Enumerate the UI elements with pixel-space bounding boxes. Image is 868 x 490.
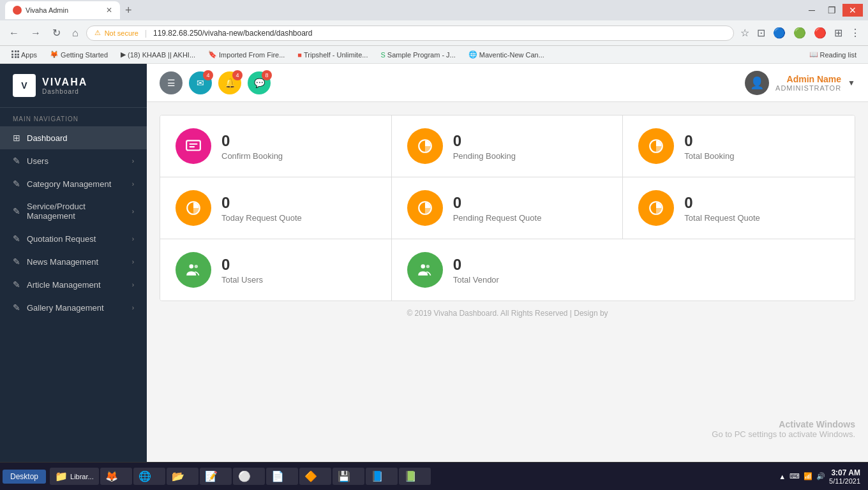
sidebar-item-users[interactable]: ✎ Users › xyxy=(0,149,147,172)
pending-booking-value: 0 xyxy=(453,132,516,150)
sidebar-item-gallery[interactable]: ✎ Gallery Management › xyxy=(0,296,147,319)
taskbar-item-excel[interactable]: 📗 xyxy=(399,468,431,485)
today-request-label: Today Request Quote xyxy=(221,213,302,223)
bookmark-khaab[interactable]: ▶ (18) KHAAB || AKHI... xyxy=(117,49,199,60)
taskbar-item-firefox[interactable]: 🦊 xyxy=(100,468,132,485)
total-vendor-icon xyxy=(407,252,443,288)
alerts-button[interactable]: 🔔 4 xyxy=(218,71,241,94)
stat-card-empty xyxy=(623,239,855,301)
bookmark-maventic[interactable]: 🌐 Maventic-New Can... xyxy=(465,49,548,60)
reading-list-button[interactable]: 📖 Reading list xyxy=(805,49,860,60)
stat-card-pending-request: 0 Pending Request Quote xyxy=(392,177,624,239)
total-users-value: 0 xyxy=(221,256,263,274)
sidebar-item-news[interactable]: ✎ News Management › xyxy=(0,250,147,273)
sidebar-item-service[interactable]: ✎ Service/Product Management › xyxy=(0,195,147,227)
url-text: 119.82.68.250/vivaha-new/backend/dashboa… xyxy=(153,29,313,38)
hamburger-button[interactable]: ☰ xyxy=(160,71,183,94)
taskbar-start-button[interactable]: Desktop xyxy=(3,470,46,484)
time-display[interactable]: 3:07 AM 5/11/2021 xyxy=(829,468,860,485)
minimize-button[interactable]: ─ xyxy=(802,4,821,17)
address-bar[interactable]: ⚠ Not secure | 119.82.68.250/vivaha-new/… xyxy=(86,26,734,41)
bookmark-tripshelf[interactable]: ■ Tripshelf - Unlimite... xyxy=(294,50,371,60)
total-request-label: Total Request Quote xyxy=(684,213,760,223)
taskbar-item-pdf[interactable]: 📄 xyxy=(266,468,298,485)
sublime-icon: 📝 xyxy=(205,470,218,482)
taskbar-item-db[interactable]: 💾 xyxy=(333,468,364,485)
svg-rect-2 xyxy=(190,146,195,147)
stat-card-total-users: 0 Total Users xyxy=(160,239,392,301)
browser-chrome: Vivaha Admin ✕ + ─ ❐ ✕ ← → ↻ ⌂ ⚠ Not sec… xyxy=(0,0,868,64)
menu-button[interactable]: ⋮ xyxy=(848,24,863,41)
chat-button[interactable]: 💬 8 xyxy=(248,71,271,94)
taskbar-item-vlc[interactable]: 🔶 xyxy=(299,468,331,485)
sidebar-item-quotation[interactable]: ✎ Quotation Request › xyxy=(0,227,147,250)
taskbar-item-folder[interactable]: 📂 xyxy=(167,468,198,485)
sidebar-label-gallery: Gallery Management xyxy=(27,303,104,313)
messages-badge: 4 xyxy=(203,70,213,80)
stat-card-total-booking: 0 Total Booking xyxy=(623,115,855,177)
pending-request-value: 0 xyxy=(453,194,542,212)
bookmark-label: Sample Program - J... xyxy=(387,51,456,59)
total-users-label: Total Users xyxy=(221,275,263,285)
keyboard-icon: ⌨ xyxy=(789,472,800,480)
bookmark-getting-started[interactable]: 🦊 Getting Started xyxy=(46,49,112,60)
browser-titlebar: Vivaha Admin ✕ + ─ ❐ ✕ xyxy=(0,0,868,20)
bookmark-apps[interactable]: Apps xyxy=(8,49,41,60)
extension1-button[interactable]: 🔵 xyxy=(770,24,788,41)
taskbar-item-chrome[interactable]: ⚪ xyxy=(233,468,265,485)
home-button[interactable]: ⌂ xyxy=(68,25,82,41)
news-arrow-icon: › xyxy=(132,258,134,265)
total-request-value: 0 xyxy=(684,194,760,212)
alerts-badge: 4 xyxy=(232,70,243,80)
extension2-button[interactable]: 🟢 xyxy=(791,24,809,41)
user-info: Admin Name ADMINISTRATOR xyxy=(775,74,841,92)
main-content: ☰ ✉ 4 🔔 4 💬 8 👤 Admin Name ADMIN xyxy=(147,64,868,462)
browser-tab-active[interactable]: Vivaha Admin ✕ xyxy=(5,1,120,19)
stats-grid: 0 Confirm Booking 0 Pending Bo xyxy=(160,115,855,301)
messages-button[interactable]: ✉ 4 xyxy=(189,71,212,94)
taskbar-right: ▲ ⌨ 📶 🔊 3:07 AM 5/11/2021 xyxy=(774,468,865,485)
reload-button[interactable]: ↻ xyxy=(49,24,64,41)
sidebar-label-article: Article Management xyxy=(27,280,101,290)
category-arrow-icon: › xyxy=(132,181,134,188)
close-tab-button[interactable]: ✕ xyxy=(106,6,112,15)
confirm-booking-value: 0 xyxy=(221,132,283,150)
star-button[interactable]: ☆ xyxy=(738,24,752,41)
news-icon: ✎ xyxy=(13,256,20,267)
taskbar-item-sublime[interactable]: 📝 xyxy=(200,468,232,485)
article-icon: ✎ xyxy=(13,279,20,290)
library-icon: 📁 xyxy=(55,470,68,482)
taskbar-item-library[interactable]: 📁 Librar... xyxy=(50,468,99,485)
screenshot-button[interactable]: ⊡ xyxy=(754,24,768,41)
total-request-icon xyxy=(638,190,674,226)
close-button[interactable]: ✕ xyxy=(842,4,863,17)
forward-button[interactable]: → xyxy=(27,25,45,41)
today-request-info: 0 Today Request Quote xyxy=(221,194,302,223)
svg-point-11 xyxy=(426,265,429,268)
gallery-icon: ✎ xyxy=(13,302,20,313)
extensions-button[interactable]: ⊞ xyxy=(832,24,845,41)
window-controls: ─ ❐ ✕ xyxy=(802,4,863,17)
total-vendor-value: 0 xyxy=(453,256,499,274)
sidebar-label-quotation: Quotation Request xyxy=(27,234,96,244)
sidebar-item-article[interactable]: ✎ Article Management › xyxy=(0,273,147,296)
vlc-icon: 🔶 xyxy=(304,470,317,482)
sidebar-item-dashboard[interactable]: ⊞ Dashboard xyxy=(0,126,147,149)
bookmark-sample[interactable]: S Sample Program - J... xyxy=(377,50,459,60)
total-vendor-label: Total Vendor xyxy=(453,275,499,285)
bookmark-imported[interactable]: 🔖 Imported From Fire... xyxy=(204,49,288,60)
users-icon: ✎ xyxy=(13,156,20,166)
security-label: Not secure xyxy=(105,29,138,37)
taskbar-item-explorer[interactable]: 🌐 xyxy=(133,468,165,485)
user-avatar: 👤 xyxy=(745,71,769,95)
restore-button[interactable]: ❐ xyxy=(821,4,842,17)
extension3-button[interactable]: 🔴 xyxy=(811,24,829,41)
taskbar-item-word[interactable]: 📘 xyxy=(366,468,398,485)
total-request-info: 0 Total Request Quote xyxy=(684,194,760,223)
sidebar-item-category[interactable]: ✎ Category Management › xyxy=(0,172,147,195)
user-dropdown-button[interactable]: ▼ xyxy=(848,78,855,87)
new-tab-button[interactable]: + xyxy=(123,1,135,20)
gallery-arrow-icon: › xyxy=(132,304,134,311)
total-users-info: 0 Total Users xyxy=(221,256,263,285)
back-button[interactable]: ← xyxy=(5,25,23,41)
